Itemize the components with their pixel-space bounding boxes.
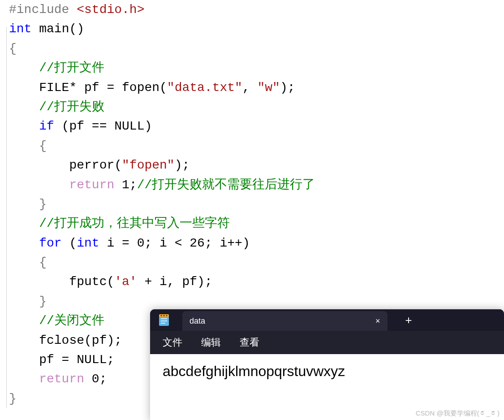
code-line-8[interactable]: {	[9, 136, 504, 156]
code-line-3[interactable]: {	[9, 39, 504, 58]
code-line-12[interactable]: //打开成功，往其中写入一些字符	[9, 214, 504, 233]
fputc-call: fputc(	[9, 275, 114, 289]
pf-null: pf = NULL;	[9, 353, 114, 367]
code-line-1[interactable]: #include <stdio.h>	[9, 0, 504, 19]
code-line-7[interactable]: if (pf == NULL)	[9, 117, 504, 136]
string-fopen: "fopen"	[122, 158, 175, 172]
keyword-for: for	[9, 236, 62, 250]
code-line-16[interactable]: }	[9, 292, 504, 311]
open-brace-for: {	[9, 255, 47, 269]
code-line-9[interactable]: perror("fopen");	[9, 156, 504, 175]
code-line-15[interactable]: fputc('a' + i, pf);	[9, 272, 504, 291]
close-brace-if: }	[9, 197, 47, 211]
code-line-13[interactable]: for (int i = 0; i < 26; i++)	[9, 234, 504, 253]
comment-return-fail: //打开失败就不需要往后进行了	[137, 178, 315, 192]
code-line-14[interactable]: {	[9, 253, 504, 272]
code-line-2[interactable]: int main()	[9, 19, 504, 39]
menu-file[interactable]: 文件	[163, 336, 182, 349]
open-brace-if: {	[9, 139, 47, 153]
string-filename: "data.txt"	[167, 81, 242, 95]
comment-open-fail: //打开失败	[9, 100, 104, 114]
keyword-if: if	[9, 119, 54, 133]
code-line-10[interactable]: return 1;//打开失败就不需要往后进行了	[9, 175, 504, 195]
fopen-decl: FILE* pf = fopen(	[9, 81, 167, 95]
menu-edit[interactable]: 编辑	[201, 336, 221, 349]
svg-point-2	[161, 315, 162, 316]
svg-point-3	[164, 315, 165, 316]
code-line-11[interactable]: }	[9, 195, 504, 214]
close-brace-main: }	[9, 392, 17, 406]
notepad-icon	[159, 314, 169, 326]
code-line-5[interactable]: FILE* pf = fopen("data.txt", "w");	[9, 78, 504, 97]
tab-title: data	[190, 316, 205, 326]
open-brace: {	[9, 42, 17, 56]
perror-call: perror(	[9, 158, 122, 172]
watermark: CSDN @我要学编程(ಥ_ಥ)	[416, 409, 500, 418]
string-mode: "w"	[258, 81, 280, 95]
code-line-4[interactable]: //打开文件	[9, 58, 504, 78]
include-path: <stdio.h>	[69, 3, 144, 17]
close-brace-for: }	[9, 294, 47, 308]
keyword-return-0: return	[9, 372, 84, 386]
fclose-call: fclose(pf);	[9, 333, 122, 347]
svg-point-4	[166, 315, 168, 316]
notepad-menubar: 文件 编辑 查看	[150, 331, 504, 354]
code-line-6[interactable]: //打开失败	[9, 97, 504, 117]
keyword-return: return	[9, 178, 114, 192]
function-main: main()	[31, 22, 84, 36]
notepad-tab[interactable]: data ×	[182, 311, 388, 331]
comment-open-success: //打开成功，往其中写入一些字符	[9, 216, 230, 230]
close-icon[interactable]: ×	[375, 316, 380, 326]
if-condition: (pf == NULL)	[54, 119, 152, 133]
new-tab-button[interactable]: +	[405, 313, 412, 327]
char-a: 'a'	[114, 275, 137, 289]
comment-close-file: //关闭文件	[9, 314, 104, 328]
menu-view[interactable]: 查看	[240, 336, 259, 349]
notepad-window[interactable]: data × + 文件 编辑 查看 abcdefghijklmnopqrstuv…	[150, 309, 504, 420]
keyword-int: int	[9, 22, 31, 36]
keyword-int-loop: int	[77, 236, 99, 250]
comment-open-file: //打开文件	[9, 61, 104, 75]
notepad-titlebar[interactable]: data × +	[150, 309, 504, 331]
preprocessor-directive: #include	[9, 3, 69, 17]
for-condition: i = 0; i < 26; i++)	[99, 236, 250, 250]
